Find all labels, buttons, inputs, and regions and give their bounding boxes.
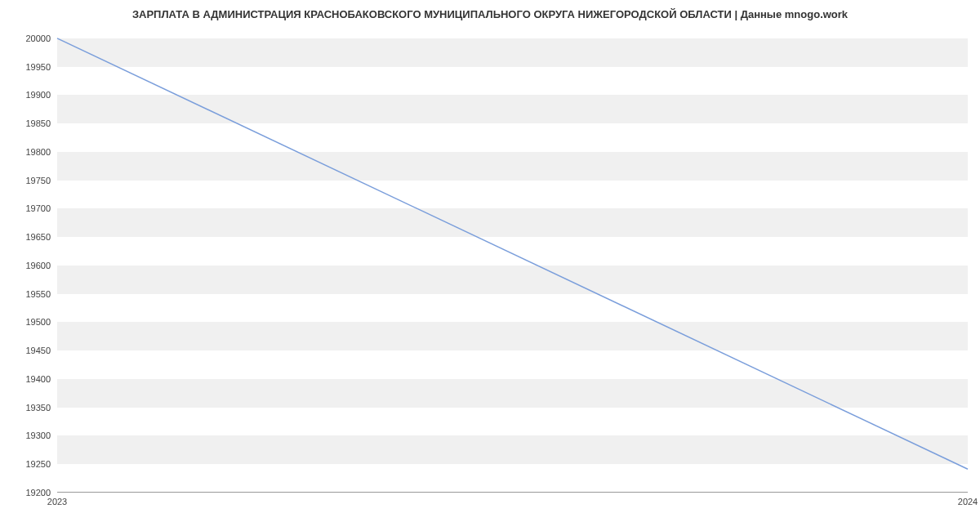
- y-tick-label: 20000: [25, 33, 51, 43]
- y-tick-label: 19300: [25, 431, 51, 440]
- line-svg: [57, 27, 968, 492]
- y-tick-label: 19850: [25, 118, 51, 128]
- x-tick-label: 2024: [958, 497, 978, 506]
- y-tick-label: 19750: [25, 176, 51, 185]
- y-tick-label: 19800: [25, 147, 51, 157]
- chart-container: 1920019250193001935019400194501950019550…: [57, 27, 968, 493]
- plot-area: 1920019250193001935019400194501950019550…: [57, 27, 968, 493]
- y-tick-label: 19950: [25, 62, 51, 72]
- y-tick-label: 19350: [25, 403, 51, 413]
- y-tick-label: 19900: [25, 90, 51, 100]
- y-tick-label: 19500: [25, 317, 51, 327]
- y-tick-label: 19250: [25, 459, 51, 469]
- chart-title: ЗАРПЛАТА В АДМИНИСТРАЦИЯ КРАСНОБАКОВСКОГ…: [0, 0, 980, 27]
- x-tick-label: 2023: [47, 497, 67, 506]
- y-tick-label: 19450: [25, 346, 51, 355]
- y-tick-label: 19600: [25, 261, 51, 270]
- y-tick-label: 19700: [25, 203, 51, 213]
- y-tick-label: 19650: [25, 232, 51, 242]
- y-tick-label: 19550: [25, 289, 51, 299]
- y-tick-label: 19400: [25, 374, 51, 384]
- data-line: [57, 38, 968, 469]
